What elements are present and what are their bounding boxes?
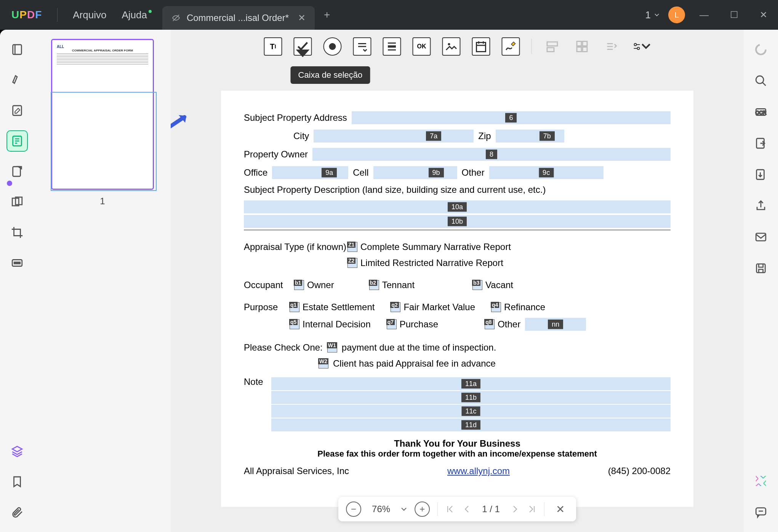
menu-help[interactable]: Ajuda (114, 9, 155, 21)
zip-field[interactable]: 7b (496, 130, 564, 143)
next-page-icon[interactable] (511, 505, 520, 514)
purpose-purchase-checkbox[interactable]: q7 (387, 319, 397, 329)
document-tab[interactable]: Commercial ...isal Order* ✕ (162, 6, 315, 30)
grid-tool[interactable] (573, 37, 591, 56)
footer-url[interactable]: www.allynj.com (447, 466, 510, 476)
new-tab-button[interactable]: + (324, 9, 330, 21)
compress-button[interactable] (750, 164, 772, 185)
purpose-fmv-checkbox[interactable]: q2 (391, 302, 400, 312)
button-tool[interactable]: OK (413, 37, 431, 56)
desc-field-1[interactable]: 10a (244, 200, 671, 213)
city-field[interactable]: 7a (314, 130, 474, 143)
appraisal-limited-checkbox[interactable]: Z2 (347, 258, 357, 268)
purpose-estate-checkbox[interactable]: q1 (290, 302, 299, 312)
radio-tool[interactable] (323, 37, 342, 56)
date-field-tool[interactable] (472, 37, 490, 56)
listbox-tool[interactable] (383, 37, 401, 56)
right-toolbar: OCR (744, 30, 778, 532)
email-button[interactable] (750, 226, 772, 248)
purpose-internal-checkbox[interactable]: q5 (290, 319, 299, 329)
purpose-other-field[interactable]: nn (525, 318, 586, 331)
reader-tool[interactable] (6, 39, 28, 60)
cell-field[interactable]: 9b (373, 166, 457, 179)
cell-label: Cell (353, 167, 368, 178)
close-controls-button[interactable]: ✕ (552, 503, 568, 516)
image-field-tool[interactable] (442, 37, 461, 56)
attachment-button[interactable] (6, 502, 28, 523)
zoom-in-button[interactable]: + (415, 502, 430, 517)
note-field-2[interactable]: 11b (271, 391, 671, 404)
save-button[interactable] (750, 258, 772, 279)
search-button[interactable] (750, 70, 772, 91)
redact-tool[interactable] (6, 252, 28, 274)
desc-field-2[interactable]: 10b (244, 215, 671, 228)
zoom-dropdown-icon[interactable] (401, 507, 407, 511)
comment-tool[interactable] (6, 69, 28, 91)
dropdown-tool[interactable] (353, 37, 371, 56)
divider (57, 8, 58, 22)
loading-icon[interactable] (750, 39, 772, 60)
owner-field[interactable]: 8 (312, 148, 671, 161)
signature-tool[interactable] (502, 37, 520, 56)
minimize-button[interactable]: — (693, 10, 716, 20)
purpose-refi-label: Refinance (504, 302, 545, 312)
zoom-out-button[interactable]: − (346, 502, 361, 517)
form-tool[interactable] (6, 130, 28, 152)
crop-tool[interactable] (6, 222, 28, 243)
purpose-other-checkbox[interactable]: q8 (485, 319, 495, 329)
svg-line-35 (762, 82, 766, 86)
office-field[interactable]: 9a (272, 166, 348, 179)
purpose-refi-checkbox[interactable]: q4 (491, 302, 501, 312)
note-field-4[interactable]: 11d (271, 418, 671, 431)
payment-due-checkbox[interactable]: W1 (327, 343, 337, 353)
occ-owner-checkbox[interactable]: b1 (294, 280, 304, 290)
layers-button[interactable] (6, 441, 28, 462)
zip-label: Zip (478, 131, 491, 141)
prev-page-icon[interactable] (462, 505, 471, 514)
organize-tool[interactable] (6, 161, 28, 182)
menu-file[interactable]: Arquivo (65, 9, 114, 21)
other-phone-field[interactable]: 9c (489, 166, 604, 179)
appraisal-type-label: Appraisal Type (if known) (244, 242, 343, 252)
align-tool[interactable] (543, 37, 562, 56)
ocr-button[interactable]: OCR (750, 101, 772, 123)
footer-phone: (845) 200-0082 (608, 466, 671, 476)
ai-button[interactable] (750, 470, 772, 492)
close-window-button[interactable]: ✕ (753, 10, 774, 20)
note-field-1[interactable]: 11a (271, 377, 671, 390)
zoom-level[interactable]: 76% (369, 504, 393, 514)
chat-button[interactable] (750, 502, 772, 523)
first-page-icon[interactable] (445, 505, 455, 514)
tab-close-icon[interactable]: ✕ (298, 13, 306, 23)
paid-advance-checkbox[interactable]: W2 (319, 359, 328, 369)
svg-rect-40 (756, 233, 766, 241)
page-tools[interactable] (6, 191, 28, 213)
edit-tool[interactable] (6, 100, 28, 121)
bookmark-button[interactable] (6, 471, 28, 492)
occ-vacant-checkbox[interactable]: b3 (472, 280, 482, 290)
svg-point-17 (448, 43, 450, 45)
chevron-down-icon (642, 40, 651, 53)
appraisal-complete-checkbox[interactable]: Z1 (347, 242, 357, 252)
checkbox-tool[interactable] (294, 37, 312, 56)
page-dropdown[interactable]: 1 (645, 9, 661, 21)
office-label: Office (244, 167, 267, 178)
active-indicator-icon (7, 181, 12, 186)
occ-tenant-label: Tennant (382, 280, 415, 290)
svg-rect-27 (583, 47, 587, 52)
svg-rect-22 (547, 42, 557, 46)
share-button[interactable] (750, 195, 772, 216)
occ-tenant-checkbox[interactable]: b2 (369, 280, 379, 290)
text-field-tool[interactable]: TI (264, 37, 282, 56)
convert-button[interactable] (750, 133, 772, 154)
page-current[interactable]: 1 (482, 504, 487, 514)
maximize-button[interactable]: ☐ (723, 10, 745, 20)
note-field-3[interactable]: 11c (271, 405, 671, 418)
pdf-page[interactable]: Subject Property Address6 City 7a Zip 7b… (221, 91, 693, 507)
page-thumbnail[interactable]: ALL COMMERCIAL APPRAISAL ORDER FORM (51, 39, 154, 190)
settings-tool[interactable] (632, 37, 651, 56)
order-tool[interactable] (603, 37, 621, 56)
last-page-icon[interactable] (527, 505, 536, 514)
address-field[interactable]: 6 (352, 111, 671, 124)
user-avatar[interactable]: L (668, 6, 685, 23)
